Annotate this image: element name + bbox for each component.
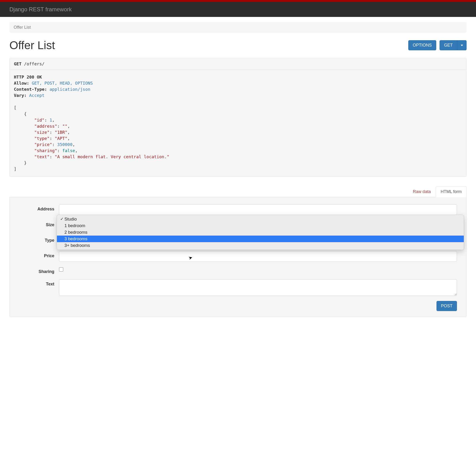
caret-down-icon <box>461 45 463 46</box>
json-key-sharing: "sharing" <box>34 148 57 153</box>
breadcrumb: Offer List <box>9 22 467 33</box>
json-val-price: 350000 <box>57 142 72 147</box>
type-label: Type <box>19 236 59 243</box>
json-key-price: "price" <box>34 142 52 147</box>
navbar: Django REST framework <box>0 2 476 17</box>
size-dropdown-list: ✓ Studio 1 bedroom 2 bedrooms 3 bedrooms… <box>57 215 464 250</box>
check-icon: ✓ <box>59 217 64 221</box>
tab-html-form[interactable]: HTML form <box>436 186 467 197</box>
form-panel: Address Size Type Price Sharing Text POS… <box>9 197 467 317</box>
size-label: Size <box>19 220 59 227</box>
form-tabs: Raw data HTML form <box>9 186 467 197</box>
options-button[interactable]: OPTIONS <box>408 40 436 50</box>
header-buttons: OPTIONS GET <box>408 40 467 50</box>
price-input[interactable] <box>59 251 457 262</box>
size-option-3br[interactable]: 3 bedrooms <box>57 236 464 242</box>
request-line: GET /offers/ <box>9 58 467 70</box>
json-val-size: "1BR" <box>55 130 67 135</box>
json-key-id: "id" <box>34 118 44 122</box>
json-val-id: 1 <box>50 118 52 122</box>
allow-header-key: Allow: <box>14 81 29 85</box>
json-val-sharing: false <box>62 148 75 153</box>
sharing-label: Sharing <box>19 267 59 274</box>
address-input[interactable] <box>59 204 457 215</box>
content-type-key: Content-Type: <box>14 87 47 92</box>
json-key-size: "size" <box>34 130 50 135</box>
size-option-studio[interactable]: ✓ Studio <box>57 216 464 222</box>
size-option-1br[interactable]: 1 bedroom <box>57 222 464 229</box>
size-option-3plus[interactable]: 3+ bedrooms <box>57 242 464 249</box>
get-button[interactable]: GET <box>440 40 457 50</box>
json-key-address: "address" <box>34 124 57 129</box>
price-label: Price <box>19 251 59 258</box>
top-strip <box>0 0 476 2</box>
option-label: Studio <box>64 217 77 222</box>
get-dropdown-toggle[interactable] <box>457 40 467 50</box>
get-button-group: GET <box>440 40 467 50</box>
json-key-text: "text" <box>34 154 50 159</box>
text-label: Text <box>19 279 59 287</box>
request-method: GET <box>14 61 22 66</box>
allow-header-value: GET, POST, HEAD, OPTIONS <box>32 81 93 85</box>
brand-title[interactable]: Django REST framework <box>9 6 72 12</box>
content-type-value: application/json <box>50 87 90 92</box>
json-val-type: "APT" <box>55 136 67 141</box>
option-label: 2 bedrooms <box>64 230 87 235</box>
breadcrumb-item[interactable]: Offer List <box>14 25 31 30</box>
page-title: Offer List <box>9 39 55 52</box>
sharing-checkbox[interactable] <box>59 267 63 271</box>
response-box: HTTP 200 OK Allow: GET, POST, HEAD, OPTI… <box>9 70 467 177</box>
address-label: Address <box>19 204 59 212</box>
vary-value: Accept <box>29 93 44 98</box>
text-textarea[interactable] <box>59 279 457 296</box>
option-label: 3 bedrooms <box>64 236 87 241</box>
json-val-address: "" <box>62 124 68 129</box>
json-val-text: "A small modern flat. Very central locat… <box>55 154 169 159</box>
request-path: /offers/ <box>24 61 44 66</box>
json-key-type: "type" <box>34 136 50 141</box>
status-line: HTTP 200 OK <box>14 75 42 79</box>
option-label: 3+ bedrooms <box>64 243 90 248</box>
tab-raw-data[interactable]: Raw data <box>408 186 436 197</box>
vary-key: Vary: <box>14 93 26 98</box>
option-label: 1 bedroom <box>64 223 85 228</box>
size-option-2br[interactable]: 2 bedrooms <box>57 229 464 236</box>
post-button[interactable]: POST <box>436 301 457 311</box>
